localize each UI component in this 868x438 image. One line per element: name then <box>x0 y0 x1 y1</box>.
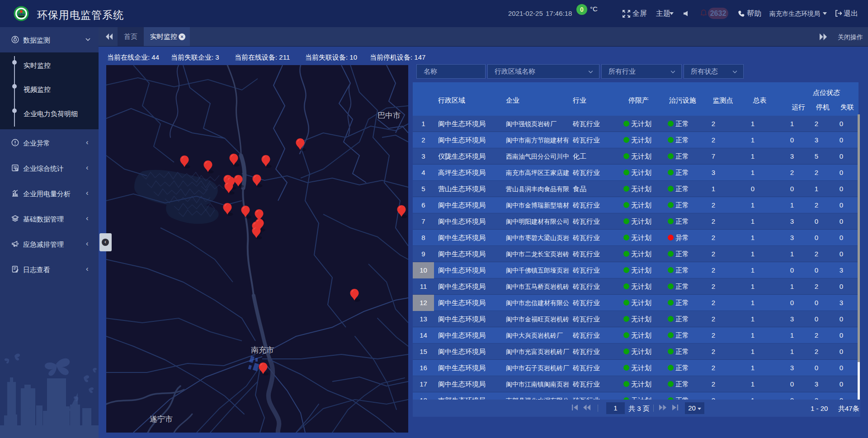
svg-text:遂宁市: 遂宁市 <box>150 415 173 424</box>
svg-text:巴中市: 巴中市 <box>377 111 401 120</box>
svg-text:南充市: 南充市 <box>251 346 274 354</box>
